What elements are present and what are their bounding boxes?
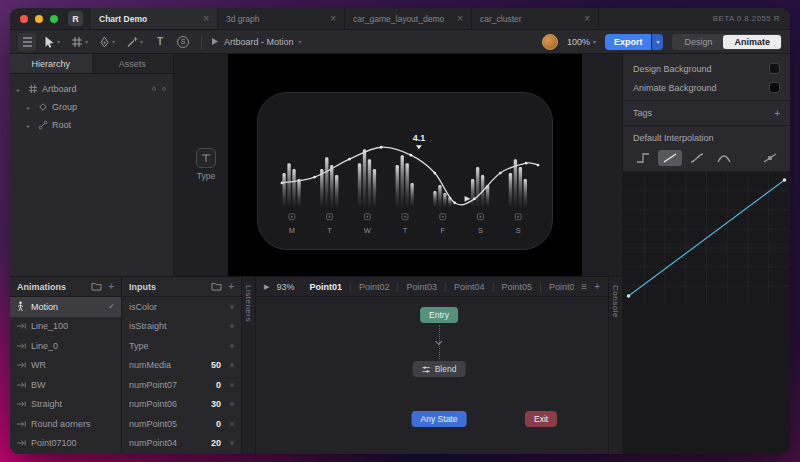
bezier-interpolation-button[interactable] [712,150,736,166]
add-folder-icon[interactable] [211,282,222,291]
design-background-swatch[interactable] [769,63,780,74]
sm-layer-tab[interactable]: Point02 [351,282,399,292]
console-tab[interactable]: Console [608,277,622,454]
titlebar-tab[interactable]: car_game_layout_demo× [345,8,472,29]
animation-item[interactable]: Line_0 [10,336,121,356]
input-item[interactable]: isStraight [122,317,241,337]
tab-close-icon[interactable]: × [578,13,590,24]
close-window-button[interactable] [20,15,28,23]
input-options-icon[interactable] [230,402,234,406]
cubic-interpolation-button[interactable] [685,150,709,166]
input-options-icon[interactable] [230,363,234,367]
tab-close-icon[interactable]: × [451,13,463,24]
node-entry[interactable]: Entry [420,307,458,323]
animation-item[interactable]: Point07100 [10,434,121,454]
chart-card[interactable]: MTWTFSS4.1 [257,92,553,250]
sm-layer-tab[interactable]: Point0 [541,282,574,292]
input-item[interactable]: numPoint070 [122,375,241,395]
add-animation-button[interactable]: + [108,281,114,292]
export-dropdown-button[interactable]: ▾ [652,34,663,50]
input-item[interactable]: Type [122,336,241,356]
disclosure-icon[interactable]: ▸ [17,86,24,93]
text-tool-button[interactable]: T [151,33,169,51]
animation-item[interactable]: Round aorners [10,414,121,434]
zoom-dropdown[interactable]: 100% ▾ [567,37,596,47]
animate-mode-button[interactable]: Animate [723,35,781,49]
hold-interpolation-button[interactable] [631,150,655,166]
animate-background-swatch[interactable] [769,82,780,93]
input-label: numPoint05 [129,419,212,429]
linear-interpolation-button[interactable] [658,150,682,166]
visibility-icon[interactable] [152,87,156,91]
input-value[interactable]: 50 [211,360,221,370]
wand-tool-button[interactable]: ▾ [123,33,146,51]
sm-layer-tab[interactable]: Point01 [301,282,351,292]
rive-logo[interactable]: R [68,11,83,26]
script-tool-button[interactable]: S [174,33,192,51]
titlebar-tab[interactable]: Chart Demo× [91,8,218,29]
zoom-window-button[interactable] [50,15,58,23]
titlebar-tab[interactable]: car_cluster× [472,8,599,29]
state-machine-graph[interactable]: Entry Blend Any State Exit [256,297,608,454]
add-tag-button[interactable]: + [774,108,780,119]
export-button[interactable]: Export [605,34,652,50]
canvas-stage[interactable]: Type MTWTFSS4.1 [174,54,622,276]
add-layer-button[interactable]: + [594,281,600,292]
tab-assets[interactable]: Assets [92,54,174,73]
curve-editor-button[interactable] [758,150,782,166]
tree-item-artboard[interactable]: ▸Artboard [10,80,173,98]
list-icon[interactable]: ≡ [581,281,587,292]
design-mode-button[interactable]: Design [673,35,723,49]
input-item[interactable]: numPoint050 [122,414,241,434]
animation-item[interactable]: Line_100 [10,317,121,337]
input-item[interactable]: numPoint0630 [122,395,241,415]
animation-item[interactable]: WR [10,356,121,376]
interpolation-curve-editor[interactable] [623,171,790,454]
input-options-icon[interactable] [230,441,234,445]
tree-item-group[interactable]: ▸Group [10,98,173,116]
disclosure-icon[interactable]: ▸ [27,122,34,129]
input-options-icon[interactable] [230,305,234,309]
disclosure-icon[interactable]: ▸ [27,104,34,111]
titlebar-tab[interactable]: 3d graph× [218,8,345,29]
interpolation-header: Default Interpolation [623,129,790,147]
animation-item[interactable]: Straight [10,395,121,415]
input-value[interactable]: 20 [211,438,221,448]
node-blend[interactable]: Blend [413,361,466,377]
listeners-tab[interactable]: Listeners [242,277,256,454]
type-canvas-widget[interactable]: Type [186,148,226,181]
node-exit[interactable]: Exit [525,411,557,427]
lock-icon[interactable] [162,87,166,91]
sm-layer-tab[interactable]: Point05 [494,282,542,292]
add-input-button[interactable]: + [228,281,234,292]
input-item[interactable]: numPoint0420 [122,434,241,454]
input-options-icon[interactable] [230,383,234,387]
avatar[interactable] [542,34,558,50]
input-options-icon[interactable] [230,324,234,328]
tab-close-icon[interactable]: × [324,13,336,24]
select-tool-button[interactable]: ▾ [41,33,63,51]
input-item[interactable]: isColor [122,297,241,317]
tab-hierarchy[interactable]: Hierarchy [10,54,92,73]
tree-item-root[interactable]: ▸Root [10,116,173,134]
panels-toggle-button[interactable] [18,33,36,51]
node-any-state[interactable]: Any State [412,411,467,427]
animation-item[interactable]: BW [10,375,121,395]
sm-layer-tab[interactable]: Point03 [398,282,446,292]
input-value[interactable]: 30 [211,399,221,409]
artboard[interactable]: MTWTFSS4.1 [228,54,582,276]
input-item[interactable]: numMedia50 [122,356,241,376]
tab-close-icon[interactable]: × [197,13,209,24]
sm-layer-tab[interactable]: Point04 [446,282,494,292]
animation-item[interactable]: Motion✓ [10,297,121,317]
pen-tool-button[interactable]: ▾ [96,33,118,51]
minimize-window-button[interactable] [35,15,43,23]
input-value[interactable]: 0 [216,380,221,390]
artboard-tool-button[interactable]: ▾ [68,33,91,51]
add-folder-icon[interactable] [91,282,102,291]
play-icon[interactable]: ▶ [264,283,269,291]
breadcrumb[interactable]: Artboard - Motion ▾ [211,37,302,47]
input-value[interactable]: 0 [216,419,221,429]
input-options-icon[interactable] [230,344,234,348]
input-options-icon[interactable] [230,422,234,426]
